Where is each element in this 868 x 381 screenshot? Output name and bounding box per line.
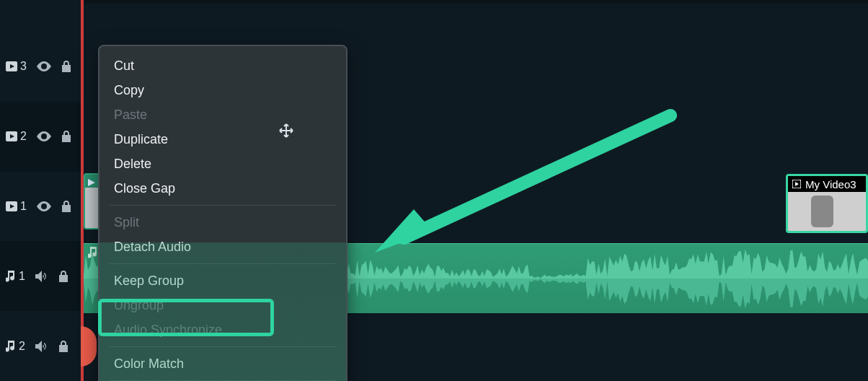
menu-item-copy[interactable]: Copy [99, 78, 346, 102]
audio-track-2-header[interactable]: 2 [0, 311, 81, 381]
audio-track-1-header[interactable]: 1 [0, 241, 81, 311]
play-icon [88, 176, 95, 189]
video-icon [6, 61, 17, 71]
visibility-toggle[interactable] [37, 131, 51, 141]
menu-item-keep-group[interactable]: Keep Group [99, 268, 346, 293]
lock-icon [58, 271, 68, 282]
timeline-ruler[interactable] [81, 0, 868, 4]
menu-item-paste: Paste [99, 102, 346, 127]
music-note-icon [6, 271, 16, 282]
track-number: 3 [20, 60, 27, 73]
lock-icon [61, 201, 71, 212]
context-menu: CutCopyPasteDuplicateDeleteClose GapSpli… [98, 45, 347, 381]
menu-item-duplicate[interactable]: Duplicate [99, 127, 346, 152]
lock-toggle[interactable] [61, 201, 71, 212]
audio-track-badge: 2 [6, 340, 25, 353]
menu-item-split: Split [99, 210, 346, 235]
menu-separator [110, 346, 336, 347]
svg-marker-6 [88, 179, 95, 186]
video-track-1-header[interactable]: 1 [0, 172, 81, 242]
track-number: 2 [20, 130, 27, 143]
menu-separator [110, 263, 336, 264]
video-clip-right[interactable]: My Video3 [786, 174, 868, 233]
music-note-icon [6, 341, 16, 352]
lock-toggle[interactable] [58, 341, 68, 352]
timeline[interactable]: My Video3 CutCopyPasteDuplicateDeleteClo… [81, 0, 868, 381]
video-track-3-header[interactable]: 3 [0, 32, 81, 102]
lock-toggle[interactable] [61, 131, 71, 142]
clip-thumbnail [788, 192, 866, 231]
video-icon [6, 201, 17, 211]
audio-clip-marker[interactable] [81, 326, 97, 367]
track-header-column: 3 2 1 1 [0, 0, 81, 381]
video-track-2-header[interactable]: 2 [0, 102, 81, 172]
menu-item-close-gap[interactable]: Close Gap [99, 176, 346, 201]
video-track-badge: 3 [6, 60, 27, 73]
track-number: 2 [19, 340, 25, 353]
track-number: 1 [20, 200, 27, 213]
menu-separator [110, 205, 336, 206]
visibility-toggle[interactable] [37, 201, 51, 211]
menu-item-color-match[interactable]: Color Match [99, 351, 346, 376]
menu-item-audio-synchronize: Audio Synchronize [99, 318, 346, 342]
svg-line-9 [404, 115, 670, 238]
lock-icon [61, 131, 71, 142]
menu-item-cut[interactable]: Cut [99, 53, 346, 78]
svg-marker-8 [795, 182, 799, 186]
audio-track-badge: 1 [6, 270, 25, 283]
lock-toggle[interactable] [58, 271, 68, 282]
eye-icon [37, 201, 51, 211]
eye-icon [37, 61, 51, 71]
video-icon [6, 131, 17, 141]
eye-icon [37, 131, 51, 141]
lock-icon [61, 61, 71, 72]
video-track-badge: 2 [6, 130, 27, 143]
speaker-icon [35, 271, 48, 282]
clip-title-bar: My Video3 [788, 176, 866, 192]
menu-item-delete[interactable]: Delete [99, 152, 346, 176]
video-track-badge: 1 [6, 200, 27, 213]
menu-item-ungroup: Ungroup [99, 293, 346, 318]
mute-toggle[interactable] [35, 271, 48, 282]
mute-toggle[interactable] [35, 341, 48, 352]
visibility-toggle[interactable] [37, 61, 51, 71]
track-number: 1 [19, 270, 25, 283]
menu-item-detach-audio[interactable]: Detach Audio [99, 235, 346, 259]
lock-toggle[interactable] [61, 61, 71, 72]
speaker-icon [35, 341, 48, 352]
play-icon [792, 180, 801, 188]
clip-title: My Video3 [805, 178, 856, 190]
lock-icon [58, 341, 68, 352]
